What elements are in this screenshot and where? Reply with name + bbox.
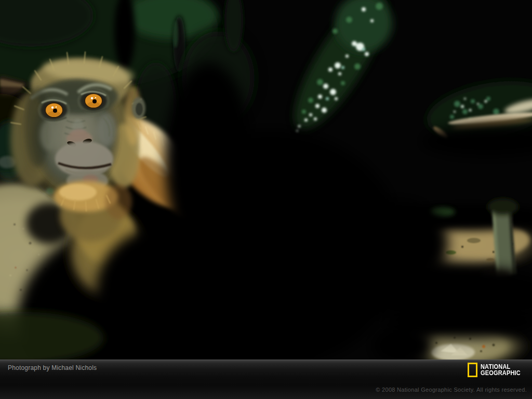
monkey-ear (132, 97, 145, 119)
natgeo-logo-line1: NATIONAL (481, 364, 521, 370)
natgeo-frame-icon (468, 363, 477, 377)
natgeo-logo-line2: GEOGRAPHIC (481, 370, 521, 377)
monkey-eye-right (79, 89, 108, 112)
wallpaper: Photograph by Michael Nichols NATIONAL G… (0, 0, 532, 399)
photo-credit: Photograph by Michael Nichols (8, 364, 97, 371)
natgeo-logo: NATIONAL GEOGRAPHIC (468, 363, 526, 377)
copyright-text: © 2008 National Geographic Society. All … (376, 387, 527, 393)
monkey-eye-left (39, 99, 69, 122)
natgeo-logo-text: NATIONAL GEOGRAPHIC (481, 364, 521, 377)
monkey-photo (0, 0, 532, 360)
caption-bar: Photograph by Michael Nichols NATIONAL G… (0, 360, 532, 399)
ground-mound (371, 305, 532, 360)
